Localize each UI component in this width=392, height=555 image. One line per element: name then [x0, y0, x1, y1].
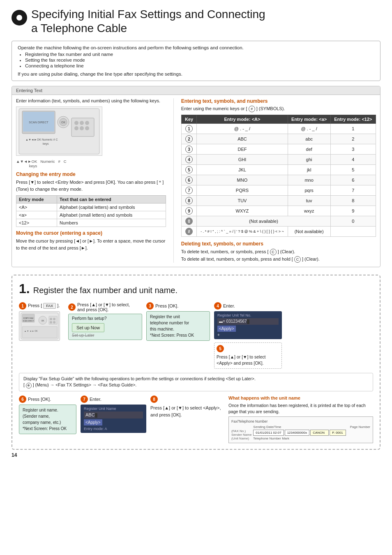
step6-screen-text: Register unit name. (Sender name, compan… — [23, 407, 73, 432]
entry-row-A: <A> Alphabet (capital letters) and symbo… — [16, 204, 166, 211]
sym-row-3: 3 DEFdef3 — [181, 144, 376, 155]
chapter-icon — [12, 10, 27, 25]
sym-row-5: 5 JKLjkl5 — [181, 165, 376, 175]
intro-box: Operate the machine following the on-scr… — [12, 41, 380, 81]
svg-point-24 — [53, 318, 55, 320]
substep-3: 3 Press [OK]. Register the unittelephone… — [146, 302, 210, 368]
entry-row-12: <12> Numbers — [16, 219, 166, 227]
step1-device: COPY FAX SCAN DIRECT OK ▲ ▼ ◄ ► OK — [19, 311, 60, 341]
step4-action: Enter. — [223, 303, 235, 308]
svg-text:OK: OK — [41, 319, 44, 322]
fax-number: 1234000000x — [285, 430, 310, 436]
svg-text:SCAN DIRECT: SCAN DIRECT — [29, 121, 48, 124]
svg-point-8 — [74, 121, 78, 125]
step4-screen-value: ▬= 031234567 — [217, 318, 279, 325]
moving-cursor-title: Moving the cursor (entering a space) — [16, 230, 166, 236]
top-steps-row: 1 Press [ FAX ]. COPY FAX SCAN DIRECT OK — [19, 302, 373, 368]
svg-text:keys: keys — [43, 142, 49, 146]
step7-mode: Entry mode: A — [84, 427, 143, 431]
step2-screen-line3: Set up Later — [72, 333, 138, 338]
step7-apply: <Apply> — [84, 419, 102, 426]
device-caption: ▲▼◄►OK Numeric # C keys — [16, 159, 166, 168]
enter-intro-text: Enter information (text, symbols, and nu… — [16, 98, 166, 103]
entry-row-a: <a> Alphabet (small letters) and symbols — [16, 211, 166, 219]
entry-mode-header-mode: Entry mode — [16, 196, 57, 204]
svg-point-10 — [85, 121, 89, 125]
sym-header-num: Entry mode: <12> — [330, 115, 376, 124]
moving-cursor-text: Move the cursor by pressing [◄] or [►]. … — [16, 238, 166, 251]
svg-point-12 — [80, 126, 84, 130]
what-happens-text: Once the information has been registered… — [228, 402, 373, 414]
step7-screen: Register Unit Name ABC <Apply> Entry mod… — [81, 405, 146, 433]
sym-row-6: 6 MNOmno6 — [181, 175, 376, 185]
step3-action: Press [OK]. — [155, 303, 178, 308]
substep-7: 7 Enter. Register Unit Name ABC <Apply> … — [81, 395, 146, 433]
intro-main-text: Operate the machine following the on-scr… — [18, 45, 244, 50]
step-badge-6: 6 — [19, 395, 26, 403]
bottom-steps-row: 6 Press [OK]. Register unit name. (Sende… — [19, 395, 373, 443]
step1-heading-row: 1. Register the fax number and unit name… — [19, 281, 373, 296]
intro-bullets: Registering the fax number and unit name… — [25, 52, 374, 68]
sym-row-8: 8 TUVtuv8 — [181, 196, 376, 206]
what-happens-title: What happens with the unit name — [228, 395, 373, 400]
step8-text: Press [▲] or [▼] to select <Apply>, and … — [150, 405, 224, 418]
substep-8: 8 Press [▲] or [▼] to select <Apply>, an… — [150, 395, 224, 418]
delete-text: To delete text, numbers, or symbols, pre… — [181, 248, 376, 263]
step2-screen-line1: Perform fax setup? — [72, 316, 138, 321]
sym-row-hash: # - . * # ! " , ; : ^ ` _ = / | ' ? $ @ … — [181, 227, 376, 237]
step-badge-4: 4 — [214, 302, 221, 310]
step6-screen: Register unit name. (Sender name, compan… — [19, 405, 76, 434]
entry-mode-header-text: Text that can be entered — [57, 196, 166, 204]
device-image: SCAN DIRECT OK ▲▼◄►OK Numeric # C keys — [16, 106, 102, 156]
sym-row-4: 4 GHIghi4 — [181, 155, 376, 165]
page-title: Specifying Initial Fax Settings and Conn… — [31, 7, 265, 35]
step7-screen-value: ABC — [84, 412, 143, 419]
svg-point-11 — [74, 126, 78, 130]
step1-section: 1. Register the fax number and unit name… — [12, 275, 380, 450]
fax-header-diagram: Fax/Telephone Number (FAX No.) Sender Na… — [228, 416, 373, 443]
step2-action: Press [▲] or [▼] to select,and press [OK… — [77, 302, 130, 312]
svg-rect-27 — [22, 326, 57, 338]
step5-text: Press [▲] or [▼] to select <Apply> and p… — [217, 354, 279, 366]
entering-text-section: Entering Text Enter information (text, s… — [12, 86, 380, 267]
svg-point-23 — [50, 318, 52, 320]
sym-row-2: 2 ABCabc2 — [181, 134, 376, 144]
step1-number: 1. — [19, 281, 30, 296]
symbols-table: Key Entry mode: <A> Entry mode: <a> Entr… — [181, 115, 376, 237]
delete-title: Deleting text, symbols, or numbers — [181, 241, 376, 247]
page-header: Specifying Initial Fax Settings and Conn… — [12, 7, 380, 35]
step-badge-8: 8 — [150, 395, 158, 403]
substep-4: 4 Enter. Register Unit Tel No. ▬= 031234… — [214, 302, 282, 368]
svg-text:▲▼◄►OK  Numeric  #    C: ▲▼◄►OK Numeric # C — [25, 138, 58, 141]
section-label: Entering Text — [12, 86, 380, 95]
entering-text-intro: Enter using the numeric keys or [ # ] (S… — [181, 106, 376, 112]
sym-row-0: 0 (Not available)0 — [181, 216, 376, 227]
step4-apply: <Apply> — [217, 326, 236, 332]
change-mode-title: Changing the entry mode — [16, 171, 166, 177]
svg-text:OK: OK — [61, 121, 65, 124]
step3-screen-text: Register the unittelephone number forthi… — [150, 314, 206, 338]
sym-header-lower: Entry mode: <a> — [288, 115, 330, 124]
substep-1: 1 Press [ FAX ]. COPY FAX SCAN DIRECT OK — [19, 302, 64, 368]
what-happens-box: What happens with the unit name Once the… — [228, 395, 373, 443]
step-badge-7: 7 — [81, 395, 88, 403]
display-note: Display "Fax Setup Guide" with the follo… — [19, 373, 373, 392]
svg-text:▲ ▼ ◄ ► OK: ▲ ▼ ◄ ► OK — [24, 330, 38, 332]
page-footer: 14 — [12, 452, 380, 458]
entering-text-title: Entering text, symbols, and numbers — [181, 98, 376, 104]
sym-header-a: Entry mode: <A> — [197, 115, 288, 124]
bullet-1: Registering the fax number and unit name — [25, 52, 374, 57]
substep-6: 6 Press [OK]. Register unit name. (Sende… — [19, 395, 76, 434]
sym-row-7: 7 PQRSpqrs7 — [181, 185, 376, 196]
step1-action: Press [ FAX ]. — [28, 303, 60, 309]
step-badge-1: 1 — [19, 302, 26, 310]
fax-name: CANON — [310, 430, 329, 436]
svg-text:COPY FAX: COPY FAX — [23, 317, 34, 319]
sym-header-key: Key — [181, 115, 197, 124]
fax-date: 01/01/2011 02:07 — [253, 430, 284, 436]
bullet-2: Setting the fax receive mode — [25, 58, 374, 62]
step3-screen: Register the unittelephone number forthi… — [146, 311, 210, 341]
entry-mode-table: Entry mode Text that can be entered <A> … — [16, 195, 166, 227]
left-column: Enter information (text, symbols, and nu… — [16, 98, 174, 263]
svg-point-25 — [50, 321, 52, 324]
